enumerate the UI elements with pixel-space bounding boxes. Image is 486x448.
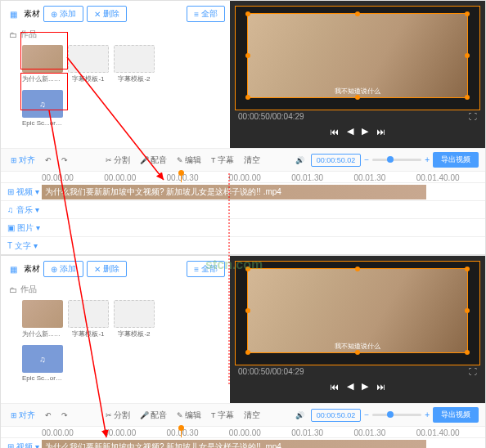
caption-tool[interactable]: T 字幕	[208, 408, 237, 423]
media-item-video[interactable]: 为什么新...mp4	[22, 300, 63, 338]
time-display[interactable]: 00:00:50.02	[311, 409, 362, 422]
chevron-down-icon[interactable]: ▾	[35, 205, 39, 214]
zoom-in-icon[interactable]: +	[425, 155, 430, 164]
play-button[interactable]: ▶	[362, 381, 368, 392]
rewind-button[interactable]: ◀	[347, 126, 353, 137]
fullscreen-icon[interactable]: ⛶	[469, 367, 477, 376]
time-current: 00:00:50/00:04:29	[238, 112, 304, 121]
editor-instance-after: stcn.com ▦ 素材 ⊕添加 ✕删除 ≡全部 🗀作品 为什么新...mp4…	[0, 255, 486, 448]
preview-frame[interactable]: 我不知道说什么	[247, 268, 468, 353]
media-item-subtitle1[interactable]: 字幕模板-1	[68, 300, 109, 338]
editor-instance-before: ▦ 素材 ⊕添加 ✕删除 ≡全部 🗀作品 为什么新...mp4 字幕模板-1 字…	[0, 0, 486, 255]
folder-icon: 🗀	[9, 30, 17, 39]
material-tab-label[interactable]: 素材	[24, 263, 40, 275]
edit-tool[interactable]: ✎ 编辑	[173, 153, 205, 168]
next-button[interactable]: ⏭	[376, 127, 385, 137]
zoom-out-icon[interactable]: −	[364, 410, 369, 419]
split-tool[interactable]: ✂ 分割	[102, 153, 133, 168]
preview-subtitle: 我不知道说什么	[248, 87, 467, 96]
redo-button[interactable]: ↷	[58, 410, 71, 421]
media-panel: ▦ 素材 ⊕添加 ✕删除 ≡全部 🗀作品 为什么新...mp4 字幕模板-1 字…	[1, 256, 230, 403]
media-item-subtitle2[interactable]: 字幕模板-2	[114, 45, 155, 83]
video-thumb	[22, 45, 63, 73]
next-button[interactable]: ⏭	[376, 382, 385, 392]
edit-tool[interactable]: ✎ 编辑	[173, 408, 205, 423]
audio-thumb: ♫	[22, 90, 63, 118]
image-track[interactable]: ▣图片▾	[1, 218, 485, 236]
folder-row[interactable]: 🗀作品	[6, 282, 225, 297]
add-icon: ⊕	[51, 10, 57, 19]
video-clip[interactable]: 为什么我们要新新加坡中文视频? 新加坡儿女是这样子说的!! .mp4	[42, 185, 426, 199]
material-tab-icon[interactable]: ▦	[6, 262, 20, 276]
media-item-video[interactable]: 为什么新...mp4	[22, 45, 63, 83]
menu-icon: ≡	[194, 265, 199, 274]
delete-button[interactable]: ✕删除	[87, 261, 127, 277]
all-button[interactable]: ≡全部	[187, 6, 225, 22]
music-icon: ♫	[7, 205, 14, 214]
subtitle-thumb	[114, 45, 155, 73]
image-icon: ▣	[7, 223, 15, 232]
media-item-subtitle1[interactable]: 字幕模板-1	[68, 45, 109, 83]
menu-icon: ≡	[194, 10, 199, 19]
play-button[interactable]: ▶	[362, 126, 368, 137]
split-tool[interactable]: ✂ 分割	[102, 408, 133, 423]
timeline-ruler[interactable]: 00.00.0000.00.0000.00.3000.00.0000.01.30…	[1, 171, 485, 182]
media-item-subtitle2[interactable]: 字幕模板-2	[114, 300, 155, 338]
zoom-out-icon[interactable]: −	[364, 155, 369, 164]
fullscreen-icon[interactable]: ⛶	[469, 112, 477, 121]
align-tool[interactable]: ⊞ 对齐	[7, 408, 38, 423]
media-panel: ▦ 素材 ⊕添加 ✕删除 ≡全部 🗀作品 为什么新...mp4 字幕模板-1 字…	[1, 1, 230, 148]
preview-frame[interactable]: 我不知道说什么	[247, 13, 468, 98]
prev-button[interactable]: ⏮	[330, 127, 339, 137]
sound-icon[interactable]: 🔊	[292, 410, 308, 421]
delete-icon: ✕	[94, 265, 101, 274]
record-tool[interactable]: 🎤 配音	[137, 153, 170, 168]
material-tab-label[interactable]: 素材	[24, 8, 40, 20]
media-item-audio[interactable]: ♫Epic Sc...ors.mp3	[22, 90, 63, 127]
undo-button[interactable]: ↶	[42, 155, 55, 166]
chevron-down-icon[interactable]: ▾	[35, 442, 39, 448]
chevron-down-icon[interactable]: ▾	[34, 241, 38, 250]
zoom-slider[interactable]	[372, 159, 421, 161]
subtitle-thumb	[68, 45, 109, 73]
all-button[interactable]: ≡全部	[187, 261, 225, 277]
add-button[interactable]: ⊕添加	[43, 261, 83, 277]
align-tool[interactable]: ⊞ 对齐	[7, 153, 38, 168]
prev-button[interactable]: ⏮	[330, 382, 339, 392]
text-track[interactable]: T文字▾	[1, 236, 485, 254]
zoom-slider[interactable]	[372, 414, 421, 416]
clear-tool[interactable]: 清空	[241, 153, 263, 168]
record-tool[interactable]: 🎤 配音	[137, 408, 170, 423]
video-track[interactable]: ⊞视频▾ 为什么我们要新新加坡中文视频? 新加坡儿女是这样子说的!! .mp4	[1, 437, 485, 448]
rewind-button[interactable]: ◀	[347, 381, 353, 392]
folder-row[interactable]: 🗀作品	[6, 27, 225, 42]
delete-button[interactable]: ✕删除	[87, 6, 127, 22]
chevron-down-icon[interactable]: ▾	[35, 187, 39, 196]
export-button[interactable]: 导出视频	[433, 152, 479, 168]
zoom-in-icon[interactable]: +	[425, 410, 430, 419]
plus-icon[interactable]: ⊞	[7, 187, 14, 196]
preview-panel: 我不知道说什么 00:00:50/00:04:29⛶ ⏮ ◀ ▶ ⏭	[230, 1, 485, 148]
export-button[interactable]: 导出视频	[433, 407, 479, 423]
clear-tool[interactable]: 清空	[241, 408, 263, 423]
audio-track[interactable]: ♫音乐▾	[1, 200, 485, 218]
playhead[interactable]	[181, 427, 182, 437]
caption-tool[interactable]: T 字幕	[208, 153, 237, 168]
text-icon: T	[7, 241, 12, 250]
playhead[interactable]	[181, 172, 182, 182]
timeline-ruler[interactable]: 00.00.0000.00.0000.00.3000.00.0000.01.30…	[1, 426, 485, 437]
material-tab-icon[interactable]: ▦	[6, 7, 20, 21]
undo-button[interactable]: ↶	[42, 410, 55, 421]
folder-icon: 🗀	[9, 285, 17, 294]
media-item-audio[interactable]: ♫Epic Sc...ors.mp3	[22, 345, 63, 382]
preview-canvas[interactable]: 我不知道说什么	[235, 6, 480, 110]
video-clip[interactable]: 为什么我们要新新加坡中文视频? 新加坡儿女是这样子说的!! .mp4	[42, 440, 426, 449]
video-track[interactable]: ⊞视频▾ 为什么我们要新新加坡中文视频? 新加坡儿女是这样子说的!! .mp4	[1, 182, 485, 200]
chevron-down-icon[interactable]: ▾	[36, 223, 40, 232]
sound-icon[interactable]: 🔊	[292, 155, 308, 166]
preview-canvas[interactable]: 我不知道说什么	[235, 261, 480, 365]
time-display[interactable]: 00:00:50.02	[311, 154, 362, 167]
redo-button[interactable]: ↷	[58, 155, 71, 166]
plus-icon[interactable]: ⊞	[7, 442, 14, 448]
add-button[interactable]: ⊕添加	[43, 6, 83, 22]
